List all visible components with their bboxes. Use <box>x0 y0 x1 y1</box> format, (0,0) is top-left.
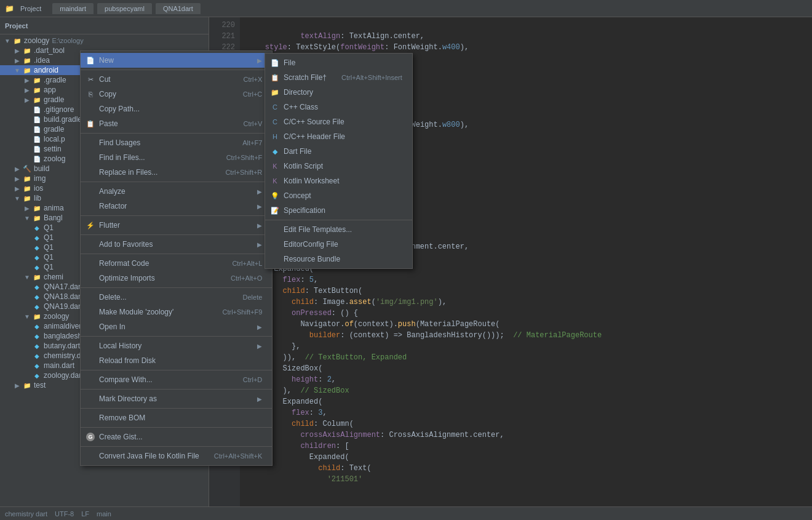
file-icon: 📄 <box>32 125 42 134</box>
dart-icon: ◆ <box>32 371 42 380</box>
folder-icon: 📁 <box>32 86 42 94</box>
new-submenu-item-cpp-header[interactable]: H C/C++ Header File <box>265 129 412 144</box>
dart-icon: ◆ <box>32 351 42 360</box>
tree-sublabel-zoology: E:\zoology <box>52 37 83 44</box>
ctx-label-find-usages: Find Usages <box>99 138 228 147</box>
new-file-label: File <box>284 58 402 67</box>
context-menu-item-new[interactable]: 📄 New ▶ 📄 File 📋 Scratch File† Ctrl+Alt+… <box>81 53 272 68</box>
tree-arrow: ▶ <box>22 97 32 103</box>
ctx-label-paste: Paste <box>99 119 228 128</box>
context-menu-item-make-module[interactable]: Make Module 'zoology' Ctrl+Shift+F9 <box>81 305 272 319</box>
context-menu-item-replace-in-files[interactable]: Replace in Files... Ctrl+Shift+R <box>81 165 272 180</box>
tree-label-settings: settin <box>44 145 62 153</box>
dart-icon: ◆ <box>32 292 42 301</box>
ctx-sep-9 <box>81 370 272 370</box>
new-submenu-item-dart[interactable]: ◆ Dart File <box>265 144 412 159</box>
ctx-label-analyze: Analyze <box>99 187 252 196</box>
tab-maindart[interactable]: maindart <box>52 3 94 14</box>
status-line-sep: LF <box>81 510 89 518</box>
reformat-shortcut: Ctrl+Alt+L <box>232 260 262 267</box>
folder-icon: 🔨 <box>22 164 32 173</box>
context-menu-item-flutter[interactable]: ⚡ Flutter ▶ <box>81 218 272 233</box>
ctx-label-find-in-files: Find in Files... <box>99 153 212 162</box>
cut-shortcut: Ctrl+X <box>243 76 262 83</box>
new-submenu-item-resource-bundle[interactable]: Resource Bundle <box>265 252 412 266</box>
context-menu-item-cut[interactable]: ✂ Cut Ctrl+X <box>81 72 272 87</box>
ctx-label-compare-with: Compare With... <box>99 375 228 384</box>
gist-logo: G <box>86 433 95 441</box>
directory-icon: 📁 <box>270 87 280 97</box>
tree-label-gradle2: gradle <box>44 95 64 104</box>
context-menu-item-analyze[interactable]: Analyze ▶ <box>81 184 272 199</box>
new-kotlin-worksheet-label: Kotlin Worksheet <box>284 177 402 185</box>
ctx-label-make-module: Make Module 'zoology' <box>99 308 208 316</box>
refactor-icon <box>86 201 95 211</box>
context-menu-item-open-in[interactable]: Open In ▶ <box>81 319 272 334</box>
context-menu-item-paste[interactable]: 📋 Paste Ctrl+V <box>81 116 272 131</box>
tree-label-q1a: Q1 <box>44 223 54 232</box>
tree-item-zoology[interactable]: ▼ 📁 zoology E:\zoology <box>0 36 209 46</box>
copy-shortcut: Ctrl+C <box>243 90 262 98</box>
concept-icon: 💡 <box>270 191 280 201</box>
context-menu-item-optimize-imports[interactable]: Optimize Imports Ctrl+Alt+O <box>81 271 272 286</box>
ctx-label-flutter: Flutter <box>99 221 252 230</box>
context-menu-item-reload[interactable]: Reload from Disk <box>81 353 272 368</box>
folder-icon: 📁 <box>32 204 42 212</box>
new-submenu-item-kotlin-script[interactable]: K Kotlin Script <box>265 159 412 174</box>
context-menu-item-find-in-files[interactable]: Find in Files... Ctrl+Shift+F <box>81 150 272 165</box>
context-menu-item-local-history[interactable]: Local History ▶ <box>81 338 272 353</box>
new-submenu-item-editorconfig[interactable]: EditorConfig File <box>265 237 412 252</box>
tab-qna1dart[interactable]: QNA1dart <box>156 3 201 14</box>
tab-pubspecyaml[interactable]: pubspecyaml <box>97 3 152 14</box>
tree-label-zoolog: zoolog <box>44 154 65 163</box>
new-submenu: 📄 File 📋 Scratch File† Ctrl+Alt+Shift+In… <box>265 53 413 269</box>
optimize-imports-shortcut: Ctrl+Alt+O <box>231 274 262 282</box>
new-submenu-item-cpp-class[interactable]: C C++ Class <box>265 100 412 114</box>
sidebar-header: Project <box>0 17 209 34</box>
context-menu-item-convert-java[interactable]: Convert Java File to Kotlin File Ctrl+Al… <box>81 449 272 463</box>
folder-icon: 📁 <box>32 273 42 281</box>
project-icon: 📁 <box>5 4 14 13</box>
new-submenu-item-specification[interactable]: 📝 Specification <box>265 203 412 218</box>
context-menu-item-add-favorites[interactable]: Add to Favorites ▶ <box>81 237 272 252</box>
context-menu-item-copy-path[interactable]: Copy Path... <box>81 102 272 116</box>
folder-icon: 📁 <box>22 46 32 55</box>
context-menu-item-compare-with[interactable]: Compare With... Ctrl+D <box>81 372 272 387</box>
delete-icon <box>86 292 95 302</box>
new-submenu-item-scratch[interactable]: 📋 Scratch File† Ctrl+Alt+Shift+Insert <box>265 70 412 85</box>
ctx-sep-12 <box>81 427 272 428</box>
new-submenu-item-kotlin-worksheet[interactable]: K Kotlin Worksheet <box>265 174 412 188</box>
new-resource-bundle-label: Resource Bundle <box>284 255 402 263</box>
context-menu-item-create-gist[interactable]: G Create Gist... <box>81 430 272 444</box>
context-menu-item-delete[interactable]: Delete... Delete <box>81 290 272 305</box>
tree-arrow: ▼ <box>22 274 32 281</box>
new-submenu-item-edit-templates[interactable]: Edit File Templates... <box>265 222 412 237</box>
new-submenu-item-cpp-source[interactable]: C C/C++ Source File <box>265 114 412 129</box>
context-menu-item-copy[interactable]: ⎘ Copy Ctrl+C <box>81 87 272 102</box>
context-menu-item-remove-bom[interactable]: Remove BOM <box>81 410 272 425</box>
kotlin-worksheet-icon: K <box>270 176 280 186</box>
tree-label-dart-tool: .dart_tool <box>34 46 65 55</box>
new-submenu-item-concept[interactable]: 💡 Concept <box>265 188 412 203</box>
paste-shortcut: Ctrl+V <box>243 120 262 127</box>
kotlin-script-icon: K <box>270 161 280 171</box>
new-submenu-item-file[interactable]: 📄 File <box>265 55 412 70</box>
find-in-files-icon <box>86 153 95 162</box>
cut-icon: ✂ <box>86 74 95 84</box>
tree-arrow: ▶ <box>22 87 32 94</box>
tree-arrow: ▼ <box>12 67 22 74</box>
tree-label-zoologydart: zoology.dart <box>44 371 83 380</box>
context-menu-item-mark-directory[interactable]: Mark Directory as ▶ <box>81 391 272 406</box>
convert-java-icon <box>86 451 95 461</box>
tree-label-chemi: chemi <box>44 273 63 281</box>
folder-icon: 📁 <box>22 194 32 202</box>
folder-icon: 📁 <box>12 36 22 45</box>
context-menu-item-reformat[interactable]: Reformat Code Ctrl+Alt+L <box>81 256 272 271</box>
new-cpp-header-label: C/C++ Header File <box>284 132 402 141</box>
folder-icon: 📁 <box>32 312 42 321</box>
context-menu-item-refactor[interactable]: Refactor ▶ <box>81 199 272 214</box>
find-usages-shortcut: Alt+F7 <box>242 139 262 146</box>
new-submenu-item-directory[interactable]: 📁 Directory <box>265 85 412 100</box>
context-menu-item-find-usages[interactable]: Find Usages Alt+F7 <box>81 135 272 150</box>
flutter-icon: ⚡ <box>86 220 95 230</box>
